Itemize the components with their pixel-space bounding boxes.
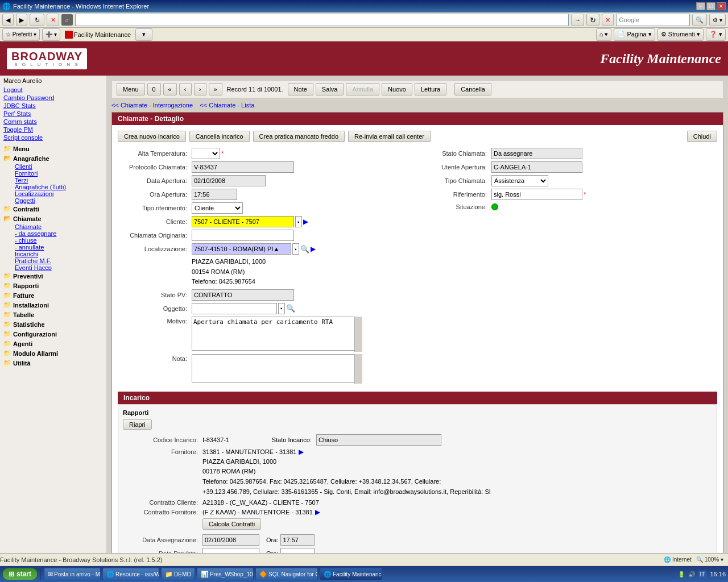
sidebar-oggetti[interactable]: Oggetti bbox=[0, 197, 106, 204]
tipo-chiamata-select[interactable]: Assistenza bbox=[491, 175, 548, 186]
minimize-button[interactable]: − bbox=[696, 2, 705, 10]
first-button[interactable]: « bbox=[163, 83, 177, 95]
motivo-scrollbar[interactable] bbox=[354, 317, 362, 352]
motivo-textarea[interactable]: Apertura chiamata per caricamento RTA bbox=[192, 317, 362, 351]
riferimento-input[interactable] bbox=[491, 189, 582, 200]
annulla-button[interactable]: Annulla bbox=[346, 83, 379, 95]
riapri-button[interactable]: Riapri bbox=[123, 419, 152, 430]
sidebar-anagrafiche[interactable]: 📂 Anagrafiche bbox=[0, 153, 106, 163]
go-button[interactable]: → bbox=[571, 14, 584, 26]
search-input[interactable] bbox=[616, 14, 690, 26]
tools2-button[interactable]: ⚙ Strumenti ▾ bbox=[657, 28, 704, 41]
oggetto-input[interactable] bbox=[192, 303, 277, 314]
sidebar-utilita[interactable]: 📁 Utilità bbox=[0, 358, 106, 368]
nota-textarea[interactable] bbox=[192, 354, 362, 383]
oggetto-icon[interactable]: ▪ bbox=[278, 303, 285, 314]
tipo-riferimento-select[interactable]: Cliente bbox=[192, 202, 243, 214]
localizzazione-search-icon[interactable]: 🔍 bbox=[300, 245, 309, 253]
add-favorites-button[interactable]: ➕ ▾ bbox=[42, 28, 60, 41]
utente-apertura-row: Utente Apertura: bbox=[429, 161, 717, 173]
contratto-fornitore-nav-arrow[interactable]: ▶ bbox=[315, 508, 320, 516]
sidebar-installazioni[interactable]: 📁 Installazioni bbox=[0, 300, 106, 310]
sidebar-link-perf[interactable]: Perf Stats bbox=[0, 110, 106, 118]
home2-button[interactable]: ⌂ ▾ bbox=[596, 28, 612, 41]
nuovo-button[interactable]: Nuovo bbox=[382, 83, 412, 95]
refresh-button[interactable]: ↻ bbox=[30, 14, 44, 26]
cancella-incarico-button[interactable]: Cancella incarico bbox=[189, 131, 250, 142]
stato-chiamata-input[interactable] bbox=[491, 148, 582, 159]
breadcrumb-lista[interactable]: << Chiamate - Lista bbox=[200, 102, 254, 109]
sidebar-tabelle[interactable]: 📁 Tabelle bbox=[0, 310, 106, 319]
fav-tab-button[interactable]: ▾ bbox=[135, 28, 152, 41]
sidebar-eventi-haccp[interactable]: Eventi Haccp bbox=[0, 264, 106, 271]
reinvia-email-button[interactable]: Re-invia email call center bbox=[348, 131, 431, 142]
close2-button[interactable]: ✕ bbox=[602, 14, 614, 26]
sidebar-preventivi[interactable]: 📁 Preventivi bbox=[0, 271, 106, 281]
protocollo-input[interactable] bbox=[192, 161, 294, 173]
prev-button[interactable]: ‹ bbox=[179, 83, 192, 95]
maximize-button[interactable]: □ bbox=[706, 2, 715, 10]
favorites-button[interactable]: ☆ Preferiti ▾ bbox=[2, 28, 40, 41]
cliente-search-icon[interactable]: ▪ bbox=[295, 216, 302, 227]
forward-button[interactable]: ▶ bbox=[16, 14, 27, 26]
sidebar-link-toggle[interactable]: Toggle PM bbox=[0, 126, 106, 134]
tools-button[interactable]: ⚙ ▾ bbox=[709, 14, 726, 26]
cancella-button[interactable]: Cancella bbox=[454, 83, 491, 95]
ora-apertura-input[interactable] bbox=[192, 189, 237, 200]
sidebar-contratti[interactable]: 📁 Contratti bbox=[0, 204, 106, 214]
fav-item-facility[interactable]: Facility Maintenance bbox=[63, 30, 133, 40]
search-button[interactable]: 🔍 bbox=[692, 14, 707, 26]
ora-prevista-input[interactable] bbox=[280, 548, 315, 553]
fornitore-nav-arrow[interactable]: ▶ bbox=[299, 448, 304, 456]
oggetto-search-icon[interactable]: 🔍 bbox=[286, 304, 295, 313]
data-assegnazione-input[interactable] bbox=[202, 534, 259, 546]
sidebar-link-script[interactable]: Script console bbox=[0, 134, 106, 142]
note-button[interactable]: Note bbox=[288, 83, 313, 95]
sidebar-link-cambio-password[interactable]: Cambio Password bbox=[0, 94, 106, 102]
reset-button[interactable]: 0 bbox=[147, 83, 161, 95]
cliente-input[interactable] bbox=[192, 216, 294, 227]
lettura-button[interactable]: Lettura bbox=[415, 83, 446, 95]
breadcrumb-interrogazione[interactable]: << Chiamate - Interrogazione bbox=[111, 102, 193, 109]
sidebar-modulo-allarmi[interactable]: 📁 Modulo Allarmi bbox=[0, 348, 106, 358]
stato-incarico-input[interactable] bbox=[316, 434, 441, 446]
cliente-nav-arrow[interactable]: ▶ bbox=[303, 218, 308, 226]
crea-pratica-button[interactable]: Crea pratica mancato freddo bbox=[253, 131, 345, 142]
stop-button[interactable]: ✕ bbox=[47, 14, 59, 26]
ora-assegnazione-input[interactable] bbox=[280, 534, 315, 546]
alta-temp-select[interactable] bbox=[192, 148, 220, 159]
localizzazione-input[interactable] bbox=[192, 243, 291, 255]
calcola-button[interactable]: Calcola Contratti bbox=[202, 518, 261, 530]
sidebar-link-comm[interactable]: Comm stats bbox=[0, 118, 106, 126]
salva-button[interactable]: Salva bbox=[316, 83, 344, 95]
next-button[interactable]: › bbox=[194, 83, 206, 95]
sidebar-statistiche[interactable]: 📁 Statistiche bbox=[0, 319, 106, 329]
sidebar-configurazioni[interactable]: 📁 Configurazioni bbox=[0, 329, 106, 339]
sidebar-menu-label[interactable]: 📁 Menu bbox=[0, 144, 106, 153]
sidebar-link-logout[interactable]: Logout bbox=[0, 86, 106, 94]
sidebar-fatture[interactable]: 📁 Fatture bbox=[0, 290, 106, 300]
data-apertura-input[interactable] bbox=[192, 175, 266, 186]
address-input[interactable] bbox=[75, 14, 569, 26]
sidebar-rapporti[interactable]: 📁 Rapporti bbox=[0, 281, 106, 290]
page-button[interactable]: 📄 Pagina ▾ bbox=[614, 28, 655, 41]
form-right: Stato Chiamata: Utente Apertura: Tipo Ch… bbox=[417, 148, 717, 386]
crea-incarico-button[interactable]: Crea nuovo incarico bbox=[118, 131, 186, 142]
data-prevista-input[interactable] bbox=[202, 548, 259, 553]
back-button[interactable]: ◀ bbox=[2, 14, 14, 26]
chiudi-button[interactable]: Chiudi bbox=[687, 131, 717, 142]
last-button[interactable]: » bbox=[209, 83, 222, 95]
stato-pv-input[interactable] bbox=[192, 289, 294, 301]
menu-button[interactable]: Menu bbox=[117, 83, 145, 95]
sidebar-chiamate[interactable]: 📂 Chiamate bbox=[0, 214, 106, 223]
sidebar-agenti[interactable]: 📁 Agenti bbox=[0, 339, 106, 348]
sidebar-link-jdbc[interactable]: JDBC Stats bbox=[0, 102, 106, 110]
help-button[interactable]: ❓ ▾ bbox=[706, 28, 726, 41]
nota-scrollbar[interactable] bbox=[354, 354, 362, 384]
localizzazione-edit-icon[interactable]: ▪ bbox=[292, 243, 299, 255]
refresh2-button[interactable]: ↻ bbox=[586, 14, 599, 26]
utente-apertura-input[interactable] bbox=[491, 161, 582, 173]
chiamata-originaria-input[interactable] bbox=[192, 230, 294, 241]
localizzazione-nav-arrow[interactable]: ▶ bbox=[311, 245, 316, 253]
close-button[interactable]: ✕ bbox=[717, 2, 726, 10]
